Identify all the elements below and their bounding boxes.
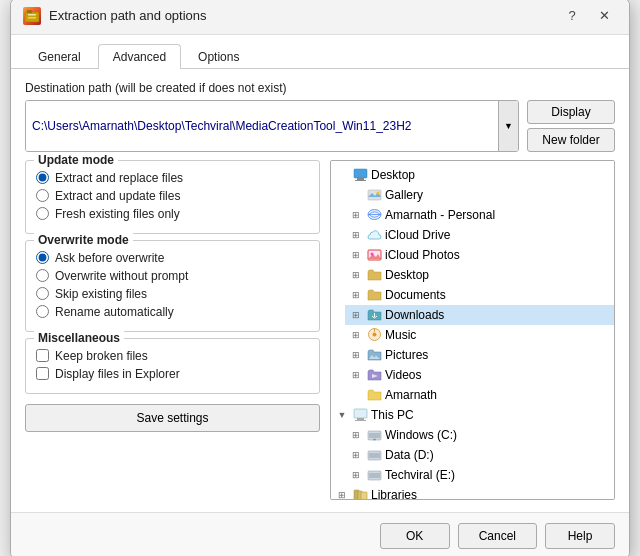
tree-item-desktop-sub[interactable]: ⊞ Desktop xyxy=(345,265,614,285)
destination-row: ▼ Display New folder xyxy=(25,100,615,152)
tree-item-desktop-root[interactable]: Desktop xyxy=(331,165,614,185)
tree-item-techviral-e[interactable]: ⊞ Techviral (E:) xyxy=(345,465,614,485)
tree-item-documents[interactable]: ⊞ Documents xyxy=(345,285,614,305)
new-folder-button[interactable]: New folder xyxy=(527,128,615,152)
misc-label: Miscellaneous xyxy=(34,331,124,345)
tree-item-amarnath-personal[interactable]: ⊞ Amarnath - Personal xyxy=(345,205,614,225)
help-button[interactable]: Help xyxy=(545,523,615,549)
icon-this-pc xyxy=(352,407,368,423)
svg-rect-22 xyxy=(355,420,366,421)
tree-item-amarnath-folder[interactable]: Amarnath xyxy=(345,385,614,405)
tree-label-libraries: Libraries xyxy=(371,488,417,500)
update-mode-option-1[interactable]: Extract and replace files xyxy=(36,171,309,185)
destination-dropdown[interactable]: ▼ xyxy=(498,101,518,151)
expander-desktop-sub: ⊞ xyxy=(349,268,363,282)
expander-icloud-photos: ⊞ xyxy=(349,248,363,262)
misc-option-2[interactable]: Display files in Explorer xyxy=(36,367,309,381)
update-mode-label: Update mode xyxy=(34,153,118,167)
overwrite-option-3[interactable]: Skip existing files xyxy=(36,287,309,301)
ok-button[interactable]: OK xyxy=(380,523,450,549)
overwrite-label-1: Ask before overwrite xyxy=(55,251,164,265)
dialog-title: Extraction path and options xyxy=(49,8,207,23)
update-label-3: Fresh existing files only xyxy=(55,207,180,221)
extraction-dialog: Extraction path and options ? ✕ General … xyxy=(10,0,630,556)
icon-amarnath-folder xyxy=(366,387,382,403)
tree-label-gallery: Gallery xyxy=(385,188,423,202)
update-mode-option-3[interactable]: Fresh existing files only xyxy=(36,207,309,221)
overwrite-radio-1[interactable] xyxy=(36,251,49,264)
save-settings-button[interactable]: Save settings xyxy=(25,404,320,432)
tree-item-videos[interactable]: ⊞ Videos xyxy=(345,365,614,385)
tree-label-videos: Videos xyxy=(385,368,421,382)
update-label-1: Extract and replace files xyxy=(55,171,183,185)
tree-item-icloud-drive[interactable]: ⊞ iCloud Drive xyxy=(345,225,614,245)
expander-techviral-e: ⊞ xyxy=(349,468,363,482)
svg-rect-5 xyxy=(357,178,364,180)
tree-label-pictures: Pictures xyxy=(385,348,428,362)
misc-check-1[interactable] xyxy=(36,349,49,362)
misc-label-1: Keep broken files xyxy=(55,349,148,363)
tab-advanced[interactable]: Advanced xyxy=(98,44,181,69)
update-radio-1[interactable] xyxy=(36,171,49,184)
svg-point-9 xyxy=(376,192,379,195)
tree-label-icloud-photos: iCloud Photos xyxy=(385,248,460,262)
title-bar-left: Extraction path and options xyxy=(23,7,207,25)
expander-desktop-root xyxy=(335,168,349,182)
tree-item-this-pc[interactable]: ▼ This PC xyxy=(331,405,614,425)
tree-label-downloads: Downloads xyxy=(385,308,444,322)
tab-general[interactable]: General xyxy=(23,44,96,69)
tab-options[interactable]: Options xyxy=(183,44,254,69)
tree-item-data-d[interactable]: ⊞ Data (D:) xyxy=(345,445,614,465)
overwrite-option-4[interactable]: Rename automatically xyxy=(36,305,309,319)
display-button[interactable]: Display xyxy=(527,100,615,124)
overwrite-mode-label: Overwrite mode xyxy=(34,233,133,247)
tree-item-downloads[interactable]: ⊞ Downloads xyxy=(345,305,614,325)
expander-pictures: ⊞ xyxy=(349,348,363,362)
svg-rect-21 xyxy=(357,418,364,420)
tree-label-documents: Documents xyxy=(385,288,446,302)
close-button[interactable]: ✕ xyxy=(591,6,617,26)
overwrite-radio-3[interactable] xyxy=(36,287,49,300)
destination-input[interactable] xyxy=(26,101,498,151)
tree-item-gallery[interactable]: Gallery xyxy=(345,185,614,205)
tree-item-windows-c[interactable]: ⊞ Windows (C:) xyxy=(345,425,614,445)
title-bar-controls: ? ✕ xyxy=(559,6,617,26)
update-radio-3[interactable] xyxy=(36,207,49,220)
overwrite-radio-4[interactable] xyxy=(36,305,49,318)
icon-documents xyxy=(366,287,382,303)
svg-rect-29 xyxy=(369,473,380,478)
tree-item-pictures[interactable]: ⊞ Pictures xyxy=(345,345,614,365)
tree-label-this-pc: This PC xyxy=(371,408,414,422)
tab-bar: General Advanced Options xyxy=(11,35,629,69)
overwrite-option-2[interactable]: Overwrite without prompt xyxy=(36,269,309,283)
expander-downloads: ⊞ xyxy=(349,308,363,322)
icon-data-d xyxy=(366,447,382,463)
icon-desktop-root xyxy=(352,167,368,183)
file-tree-panel[interactable]: Desktop Gallery ⊞ xyxy=(330,160,615,500)
svg-rect-24 xyxy=(369,433,380,438)
dialog-content: Destination path (will be created if doe… xyxy=(11,69,629,512)
tree-item-libraries[interactable]: ⊞ Libraries xyxy=(331,485,614,500)
tree-item-music[interactable]: ⊞ Music xyxy=(345,325,614,345)
misc-check-2[interactable] xyxy=(36,367,49,380)
expander-videos: ⊞ xyxy=(349,368,363,382)
tree-label-data-d: Data (D:) xyxy=(385,448,434,462)
overwrite-label-2: Overwrite without prompt xyxy=(55,269,188,283)
misc-option-1[interactable]: Keep broken files xyxy=(36,349,309,363)
main-area: Update mode Extract and replace files Ex… xyxy=(25,160,615,500)
overwrite-radio-2[interactable] xyxy=(36,269,49,282)
tree-item-icloud-photos[interactable]: ⊞ iCloud Photos xyxy=(345,245,614,265)
svg-rect-4 xyxy=(354,169,367,178)
expander-amarnath-personal: ⊞ xyxy=(349,208,363,222)
file-tree: Desktop Gallery ⊞ xyxy=(331,161,614,500)
svg-rect-20 xyxy=(354,409,367,418)
tree-label-amarnath-personal: Amarnath - Personal xyxy=(385,208,495,222)
help-title-button[interactable]: ? xyxy=(559,6,585,26)
left-panel: Update mode Extract and replace files Ex… xyxy=(25,160,320,500)
update-mode-option-2[interactable]: Extract and update files xyxy=(36,189,309,203)
expander-this-pc: ▼ xyxy=(335,408,349,422)
overwrite-option-1[interactable]: Ask before overwrite xyxy=(36,251,309,265)
update-radio-2[interactable] xyxy=(36,189,49,202)
cancel-button[interactable]: Cancel xyxy=(458,523,537,549)
expander-gallery xyxy=(349,188,363,202)
